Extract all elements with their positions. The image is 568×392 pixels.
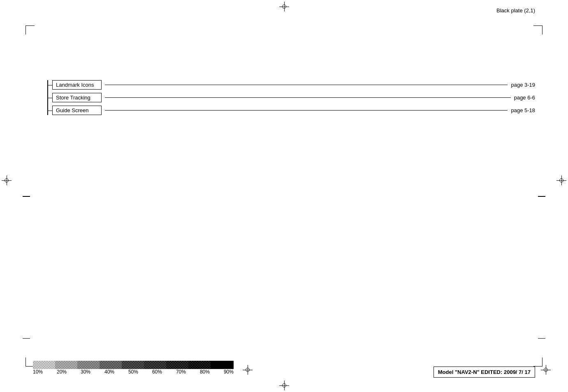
side-mark-left-lower (23, 338, 30, 339)
scale-label-30: 30% (81, 369, 90, 375)
content-area: Landmark Icons page 3-19 Store Tracking … (47, 80, 535, 118)
model-value: "NAV2-N" (455, 369, 480, 375)
crosshair-left-mid (2, 175, 12, 185)
item-connector-line (105, 110, 508, 111)
item-page-landmark-icons: page 3-19 (511, 82, 535, 88)
item-connector-line (105, 85, 508, 85)
corner-mark-top-right (533, 25, 542, 35)
item-page-guide-screen: page 5-18 (511, 107, 535, 113)
scale-label-60: 60% (152, 369, 162, 375)
crosshair-right-mid (556, 175, 566, 185)
list-item: Store Tracking page 6-6 (52, 93, 535, 102)
scale-label-70: 70% (176, 369, 186, 375)
plate-text: Black plate (2,1) (496, 7, 535, 14)
svg-rect-36 (100, 361, 122, 369)
svg-rect-41 (211, 361, 234, 369)
scale-label-80: 80% (200, 369, 210, 375)
edited-date: 2009/ 7/ 17 (504, 369, 531, 375)
item-page-store-tracking: page 6-6 (514, 95, 535, 101)
svg-rect-35 (77, 361, 100, 369)
side-mark-left-mid (23, 196, 30, 197)
list-item: Landmark Icons page 3-19 (52, 80, 535, 90)
crosshair-bottom-center (279, 380, 289, 390)
svg-rect-34 (55, 361, 77, 369)
crosshair-bottom-right (541, 365, 551, 375)
svg-rect-33 (33, 361, 55, 369)
item-label-store-tracking: Store Tracking (52, 93, 102, 102)
svg-rect-38 (144, 361, 166, 369)
items-container: Landmark Icons page 3-19 Store Tracking … (47, 80, 535, 115)
model-info-box: Model "NAV2-N" EDITED: 2009/ 7/ 17 (434, 367, 535, 378)
edited-label: EDITED: (480, 369, 504, 375)
model-label: Model (438, 369, 455, 375)
svg-rect-37 (122, 361, 144, 369)
scale-label-50: 50% (128, 369, 138, 375)
svg-rect-40 (188, 361, 211, 369)
scale-labels: 10% 20% 30% 40% 50% 60% 70% 80% 90% (33, 369, 234, 375)
item-label-landmark-icons: Landmark Icons (52, 80, 102, 90)
item-connector-line (105, 97, 511, 98)
svg-rect-39 (166, 361, 188, 369)
corner-mark-top-left (26, 25, 35, 35)
scale-graphic (33, 361, 234, 369)
scale-label-40: 40% (104, 369, 114, 375)
density-scale: 10% 20% 30% 40% 50% 60% 70% 80% 90% (33, 361, 234, 375)
crosshair-top-center (279, 2, 289, 12)
side-mark-right-lower (538, 338, 545, 339)
item-label-guide-screen: Guide Screen (52, 106, 102, 115)
crosshair-bottom-mid (243, 365, 253, 375)
scale-label-90: 90% (224, 369, 234, 375)
side-mark-right-mid (538, 196, 545, 197)
scale-label-20: 20% (57, 369, 67, 375)
list-item: Guide Screen page 5-18 (52, 106, 535, 115)
scale-label-10: 10% (33, 369, 43, 375)
